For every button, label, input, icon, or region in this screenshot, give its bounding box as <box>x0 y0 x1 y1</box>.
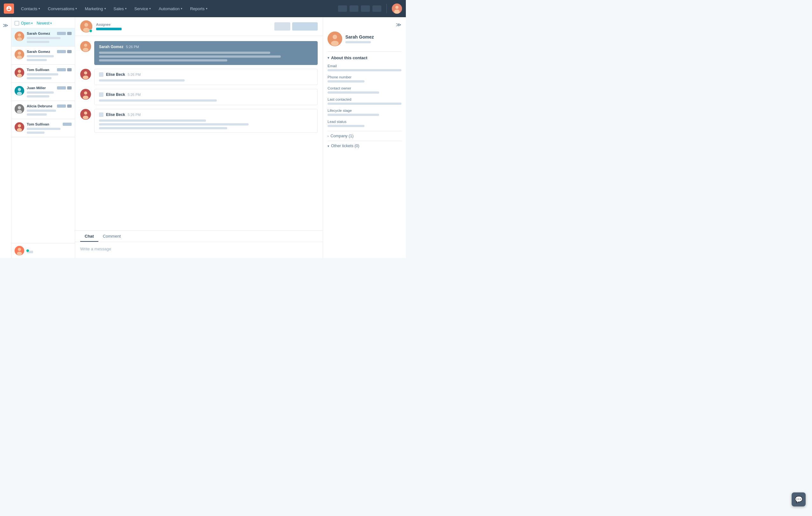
contact-name: Sarah Gomez <box>27 31 50 35</box>
message-line <box>99 52 270 54</box>
company-section-toggle[interactable]: › Company (1) <box>327 131 401 141</box>
tab-chat[interactable]: Chat <box>80 230 98 242</box>
message-avatar <box>80 41 91 52</box>
message-line <box>99 119 206 122</box>
contact-name: Juan Miller <box>27 86 46 90</box>
svg-point-13 <box>18 88 21 91</box>
message-row: Elise Beck 5:26 PM <box>80 69 318 85</box>
conversation-item[interactable]: Sarah Gomez <box>11 28 75 47</box>
nav-service[interactable]: Service ▾ <box>131 4 154 13</box>
assignee-info: Assignee <box>96 23 122 30</box>
avatar <box>14 31 24 41</box>
other-tickets-section-toggle[interactable]: ▾ Other tickets (0) <box>327 141 401 151</box>
svg-point-32 <box>83 76 88 79</box>
contact-online-dot <box>89 29 92 32</box>
message-time: 5:26 PM <box>128 93 141 97</box>
nav-help-icon[interactable] <box>349 5 358 12</box>
hubspot-logo[interactable] <box>4 3 14 14</box>
badge <box>57 68 66 71</box>
nav-conversations[interactable]: Conversations ▾ <box>45 4 80 13</box>
main-layout: ≫ Open ▾ Newest ▾ <box>0 17 406 258</box>
conv-preview-line1 <box>27 37 60 39</box>
message-sender: Elise Beck <box>106 72 125 77</box>
marketing-chevron-icon: ▾ <box>105 7 106 10</box>
message-bubble: Sarah Gomez 5:26 PM <box>94 41 318 65</box>
badge <box>63 123 71 126</box>
nav-sales[interactable]: Sales ▾ <box>111 4 130 13</box>
header-action-1[interactable] <box>274 22 290 31</box>
assignee-label: Assignee <box>96 23 122 26</box>
open-filter-chevron-icon: ▾ <box>31 22 33 25</box>
svg-point-34 <box>84 91 87 94</box>
message-bubble: Elise Beck 5:26 PM <box>94 89 318 105</box>
select-all-checkbox[interactable] <box>14 21 19 26</box>
conversation-item[interactable]: Tom Sullivan <box>11 119 75 137</box>
contact-subline <box>345 41 371 43</box>
badge <box>57 105 66 108</box>
field-value-lifecycle-stage <box>327 114 379 116</box>
conversation-item[interactable]: Alicia Debrune <box>11 101 75 119</box>
conversation-item[interactable]: Sarah Gomez <box>11 47 75 65</box>
svg-point-1 <box>395 6 399 9</box>
svg-point-28 <box>84 44 87 47</box>
about-section-toggle[interactable]: ▾ About this contact <box>327 55 401 60</box>
nav-reports[interactable]: Reports ▾ <box>187 4 211 13</box>
nav-settings-icon[interactable] <box>361 5 370 12</box>
message-header: Elise Beck 5:26 PM <box>99 92 313 97</box>
collapse-left-button[interactable]: ≫ <box>3 22 8 28</box>
nav-search-icon[interactable] <box>338 5 347 12</box>
conv-preview-line1 <box>27 55 54 57</box>
badge-small <box>67 50 71 53</box>
field-value-last-contacted <box>327 103 401 105</box>
header-action-2[interactable] <box>292 22 318 31</box>
svg-point-41 <box>331 41 339 46</box>
message-line <box>99 59 227 61</box>
user-avatar[interactable] <box>392 3 402 14</box>
conv-badges <box>57 68 71 71</box>
field-label-lifecycle-stage: Lifecycle stage <box>327 109 401 112</box>
sales-chevron-icon: ▾ <box>125 7 127 10</box>
chat-contact-avatar <box>80 20 92 32</box>
conv-badges <box>57 105 71 108</box>
nav-marketing[interactable]: Marketing ▾ <box>82 4 109 13</box>
message-status-icon <box>99 92 104 97</box>
conversation-item[interactable]: Juan Miller <box>11 83 75 101</box>
newest-filter-button[interactable]: Newest ▾ <box>37 21 52 26</box>
message-status-icon <box>99 112 104 117</box>
message-time: 5:26 PM <box>128 113 141 116</box>
conversation-info: Sarah Gomez <box>27 31 71 43</box>
message-input-field[interactable]: Write a message <box>75 242 323 258</box>
reports-chevron-icon: ▾ <box>206 7 207 10</box>
badge-small <box>67 105 71 108</box>
open-filter-button[interactable]: Open ▾ <box>21 21 33 26</box>
nav-notifications-icon[interactable] <box>372 5 381 12</box>
message-line <box>99 79 184 82</box>
company-chevron-icon: › <box>327 134 328 138</box>
svg-point-26 <box>83 28 89 32</box>
field-value-phone <box>327 80 365 82</box>
online-indicator <box>26 249 29 252</box>
message-time: 5:26 PM <box>128 73 141 77</box>
svg-point-20 <box>17 128 22 132</box>
svg-point-17 <box>17 110 22 114</box>
section-divider <box>327 51 401 52</box>
collapse-right-button[interactable]: ≫ <box>396 22 401 28</box>
chat-header: Assignee <box>75 17 323 36</box>
field-lifecycle-stage: Lifecycle stage <box>327 109 401 116</box>
conversation-info: Sarah Gomez <box>27 50 71 61</box>
svg-point-7 <box>18 52 21 55</box>
nav-contacts[interactable]: Contacts ▾ <box>18 4 43 13</box>
message-line <box>99 127 227 129</box>
conversation-item[interactable]: Tom Sullivan <box>11 65 75 83</box>
tab-comment[interactable]: Comment <box>98 230 125 242</box>
automation-chevron-icon: ▾ <box>181 7 182 10</box>
contact-panel-avatar <box>327 31 342 46</box>
field-contact-owner: Contact owner <box>327 86 401 93</box>
badge <box>57 32 66 35</box>
message-line <box>99 123 249 126</box>
nav-automation[interactable]: Automation ▾ <box>155 4 185 13</box>
contact-header: Sarah Gomez <box>327 31 401 46</box>
conv-preview-line2 <box>27 59 47 61</box>
message-bubble: Elise Beck 5:26 PM <box>94 109 318 133</box>
message-sender: Elise Beck <box>106 112 125 117</box>
